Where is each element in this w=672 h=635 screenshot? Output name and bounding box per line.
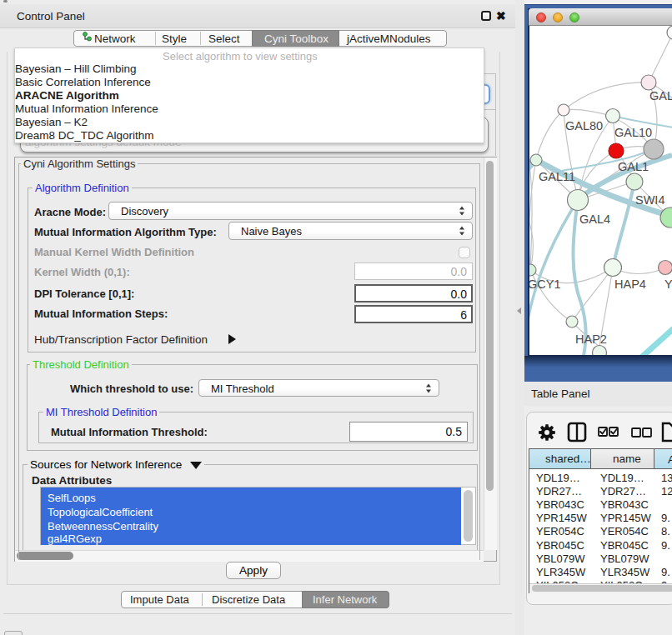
svg-text:GAL4: GAL4 — [579, 212, 610, 226]
svg-text:HAP4: HAP4 — [614, 278, 646, 291]
svg-text:GAL11: GAL11 — [539, 170, 575, 183]
svg-text:SWI4: SWI4 — [635, 193, 664, 207]
svg-text:GAL10: GAL10 — [614, 126, 652, 139]
svg-text:HAP2: HAP2 — [575, 332, 607, 346]
svg-text:GAL80: GAL80 — [565, 119, 603, 132]
svg-text:GCY1: GCY1 — [529, 278, 561, 291]
svg-text:GAL1: GAL1 — [618, 160, 649, 173]
svg-text:GAL7: GAL7 — [649, 89, 672, 102]
svg-text:Y: Y — [664, 278, 672, 291]
